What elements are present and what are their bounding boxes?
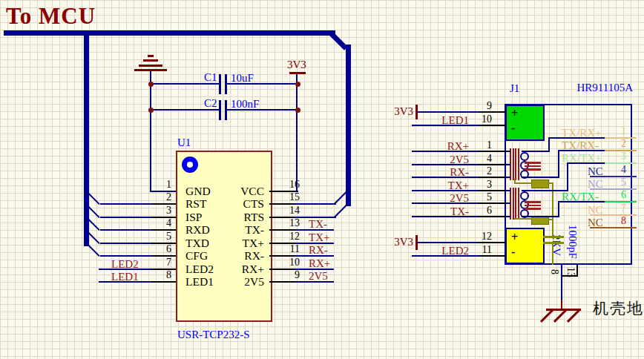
net-label-2V5[interactable]: 2V5 bbox=[410, 154, 469, 165]
j1-rj45-pin-label-5[interactable]: NC bbox=[588, 179, 603, 190]
wire-segment bbox=[226, 83, 298, 85]
wire-segment bbox=[514, 218, 532, 220]
u1-pin-name-2V5: 2V5 bbox=[203, 276, 264, 288]
junction-dot bbox=[295, 108, 300, 113]
gnd-vertical-wire bbox=[150, 70, 151, 192]
j1-pin-number-6: 6 bbox=[470, 205, 492, 216]
termination-resistor bbox=[531, 180, 549, 188]
u1-pin-number-3: 3 bbox=[149, 205, 171, 216]
junction-dot bbox=[148, 82, 154, 87]
c1-designator[interactable]: C1 bbox=[204, 72, 217, 83]
net-label-LED2[interactable]: LED2 bbox=[410, 246, 469, 257]
c2-plate bbox=[219, 100, 221, 120]
u1-pin-name-RX+: RX+ bbox=[203, 263, 264, 275]
c2-designator[interactable]: C2 bbox=[204, 98, 217, 109]
wire-segment bbox=[417, 242, 479, 243]
wire-segment bbox=[506, 164, 510, 165]
green-led-minus-sign: - bbox=[511, 122, 515, 134]
j1-part-number[interactable]: HR911105A bbox=[574, 82, 633, 93]
j1-rj45-pin-label-7[interactable]: NC bbox=[588, 205, 603, 216]
wire-segment bbox=[295, 203, 336, 205]
j1-rj45-pin-label-1[interactable]: TX/RX+ bbox=[562, 128, 601, 139]
wire-segment bbox=[417, 111, 479, 113]
chassis-ground-label[interactable]: 机壳地 bbox=[593, 301, 644, 317]
transformer-winding bbox=[515, 148, 516, 180]
j1-rj45-pin-label-3[interactable]: RX/TX+ bbox=[562, 153, 601, 164]
j1-rj45-pin-label-8[interactable]: NC bbox=[588, 217, 603, 228]
u1-pin-name-CTS: CTS bbox=[203, 198, 264, 210]
transformer-winding bbox=[518, 148, 519, 180]
u1-pin-number-13: 13 bbox=[277, 218, 300, 228]
u1-pin-number-8: 8 bbox=[149, 270, 171, 280]
wire-segment bbox=[506, 177, 510, 178]
net-label-TX+[interactable]: TX+ bbox=[309, 232, 329, 243]
vcc-vertical-wire bbox=[296, 72, 298, 192]
mcu-bus-horizontal bbox=[4, 30, 335, 36]
wire-segment bbox=[100, 243, 152, 244]
j1-rj45-pin-number-2: 2 bbox=[604, 139, 626, 149]
net-label-RX-[interactable]: RX- bbox=[410, 167, 469, 178]
j1-pin-number-11: 11 bbox=[470, 245, 492, 255]
mcu-bus-vertical-left bbox=[84, 33, 89, 246]
u1-pin-stub bbox=[269, 281, 295, 283]
j1-designator[interactable]: J1 bbox=[510, 83, 519, 94]
net-label-TX-[interactable]: TX- bbox=[309, 219, 327, 230]
net-label-2V5[interactable]: 2V5 bbox=[410, 193, 469, 204]
u1-pin-name-RTS: RTS bbox=[203, 211, 264, 223]
j1-rj45-pin-label-2[interactable]: TX/RX- bbox=[562, 140, 599, 151]
transformer-winding bbox=[518, 188, 519, 220]
wire-segment bbox=[100, 229, 152, 231]
ct-cap-bar bbox=[525, 201, 541, 203]
wire-segment bbox=[151, 109, 220, 111]
u1-pin-number-14: 14 bbox=[277, 205, 300, 216]
power-port-3v3-top[interactable]: 3V3 bbox=[287, 59, 306, 70]
u1-pin-number-11: 11 bbox=[277, 244, 300, 254]
wire-segment bbox=[506, 216, 510, 217]
j1-pin-number-10: 10 bbox=[470, 114, 492, 125]
wire-segment bbox=[506, 190, 510, 191]
net-label-LED1[interactable]: LED1 bbox=[410, 115, 469, 126]
ct-cap-bar bbox=[525, 162, 541, 164]
net-label-RX-[interactable]: RX- bbox=[309, 245, 328, 256]
j1-pin-number-2: 2 bbox=[470, 166, 492, 177]
net-label-TX+[interactable]: TX+ bbox=[410, 180, 469, 191]
u1-part-number[interactable]: USR-TCP232-S bbox=[177, 329, 250, 340]
net-label-TX-[interactable]: TX- bbox=[410, 206, 469, 217]
wire-segment bbox=[151, 83, 220, 85]
earth-ground-icon bbox=[148, 55, 154, 57]
shield-pin-link bbox=[562, 275, 578, 277]
j1-rj45-pin-number-4: 4 bbox=[604, 165, 626, 175]
j1-rj45-pin-label-6[interactable]: RX/TX- bbox=[562, 191, 599, 202]
j1-pin-number-9: 9 bbox=[470, 101, 492, 111]
mcu-bus-corner bbox=[328, 30, 348, 50]
j1-pin-number-12: 12 bbox=[470, 231, 492, 242]
junction-dot bbox=[295, 82, 300, 87]
net-label-LED2[interactable]: LED2 bbox=[111, 259, 139, 270]
net-label-RX+[interactable]: RX+ bbox=[410, 141, 469, 152]
c1-value[interactable]: 10uF bbox=[231, 73, 254, 84]
wire-segment bbox=[558, 201, 559, 217]
c1-plate bbox=[225, 74, 227, 94]
wire-segment bbox=[100, 203, 152, 205]
j1-rj45-pin-number-3: 3 bbox=[604, 151, 626, 162]
u1-pin-name-RX-: RX- bbox=[203, 250, 264, 262]
wire-segment bbox=[226, 109, 298, 111]
j1-pin-stub bbox=[479, 164, 506, 165]
hv-cap-plate bbox=[543, 242, 564, 244]
net-label-2V5[interactable]: 2V5 bbox=[309, 271, 328, 282]
yellow-led-plus-sign: + bbox=[511, 231, 518, 243]
net-label-RX+[interactable]: RX+ bbox=[309, 258, 330, 269]
net-label-LED1[interactable]: LED1 bbox=[111, 271, 139, 283]
u1-pin-number-12: 12 bbox=[277, 231, 300, 242]
u1-designator[interactable]: U1 bbox=[177, 137, 191, 148]
j1-rj45-pin-label-4[interactable]: NC bbox=[588, 166, 603, 177]
transformer-coil bbox=[520, 152, 529, 161]
u1-pin-number-2: 2 bbox=[149, 192, 171, 202]
j1-cap-value-label[interactable]: 1000pF bbox=[567, 225, 578, 259]
j1-rj45-pin-number-8: 8 bbox=[604, 216, 626, 226]
u1-pin-name-TX-: TX- bbox=[203, 224, 264, 236]
c2-value[interactable]: 100nF bbox=[231, 99, 259, 110]
wire-segment bbox=[548, 137, 550, 152]
bus-entry bbox=[334, 204, 348, 218]
j1-rj45-pin-number-7: 7 bbox=[604, 203, 626, 214]
